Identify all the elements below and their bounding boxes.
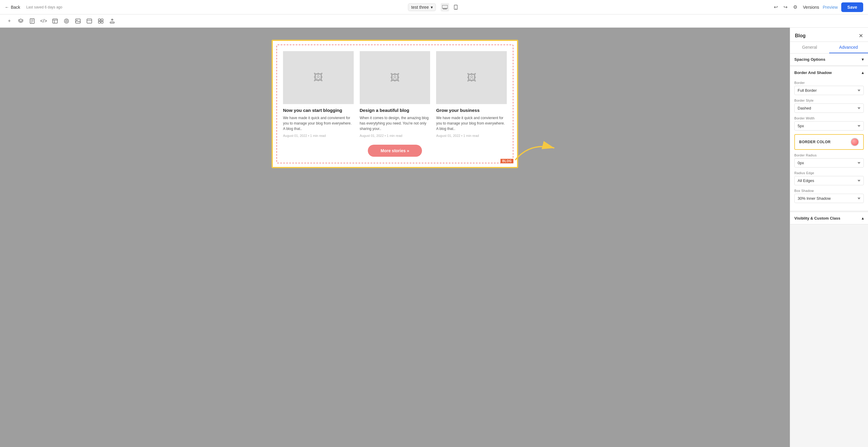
svg-rect-17: [87, 19, 92, 23]
border-style-select[interactable]: Dashed: [794, 103, 864, 113]
svg-rect-23: [110, 22, 114, 23]
top-bar-center: test three ▾: [408, 3, 460, 11]
tablet-icon[interactable]: [452, 3, 460, 11]
visibility-label: Visiblity & Custom Class: [794, 216, 840, 220]
blog-label: BLOG: [500, 159, 514, 163]
page-name-selector[interactable]: test three ▾: [408, 3, 436, 11]
settings-icon[interactable]: ⚙: [791, 3, 799, 11]
blog-widget-inner: 🖼 Now you can start blogging We have mad…: [276, 44, 514, 163]
preview-button[interactable]: Preview: [823, 5, 838, 10]
svg-rect-0: [442, 5, 448, 8]
border-width-field: Border Width 5px: [794, 116, 864, 130]
border-radius-label: Border Radius: [794, 153, 864, 157]
panel-tabs: General Advanced: [790, 42, 868, 54]
blog-card: 🖼 Design a beautiful blog When it comes …: [360, 51, 430, 138]
svg-rect-15: [75, 19, 80, 23]
blog-widget-outer[interactable]: 🖼 Now you can start blogging We have mad…: [272, 40, 518, 168]
border-shadow-section: Border And Shadow ▴ Border Full Border B…: [790, 67, 868, 211]
tab-general[interactable]: General: [790, 42, 829, 53]
upload-icon[interactable]: [108, 17, 117, 26]
border-width-select[interactable]: 5px: [794, 121, 864, 130]
add-icon[interactable]: ＋: [5, 17, 14, 26]
component-icon[interactable]: [62, 17, 71, 26]
layers-icon[interactable]: [16, 17, 25, 26]
widget-icon[interactable]: [96, 17, 105, 26]
chevron-up-icon: ▴: [862, 216, 864, 220]
back-label: Back: [11, 5, 20, 10]
blog-card-description: When it comes to design, the amazing blo…: [360, 115, 430, 131]
blog-meta: August 01, 2022 • 1 min read: [360, 134, 430, 138]
blog-card: 🖼 Grow your business We have made it qui…: [436, 51, 507, 138]
blog-meta: August 01, 2022 • 1 min read: [436, 134, 507, 138]
radius-edge-field: Radius Edge All Edges: [794, 171, 864, 185]
panel-title: Blog: [795, 33, 806, 38]
border-field: Border Full Border: [794, 81, 864, 95]
svg-point-5: [456, 8, 456, 9]
radius-edge-label: Radius Edge: [794, 171, 864, 175]
svg-rect-20: [101, 19, 103, 21]
saved-label: Last saved 6 days ago: [26, 5, 62, 9]
border-shadow-content: Border Full Border Border Style Dashed B…: [790, 79, 868, 211]
border-radius-select[interactable]: 0px: [794, 158, 864, 168]
border-style-field: Border Style Dashed: [794, 99, 864, 113]
layout-icon[interactable]: [85, 17, 94, 26]
border-width-label: Border Width: [794, 116, 864, 120]
undo-redo: ↩ ↪ ⚙: [772, 3, 799, 11]
versions-button[interactable]: Versions: [803, 5, 819, 10]
canvas-area: 🖼 Now you can start blogging We have mad…: [0, 28, 790, 447]
blog-card-image: 🖼: [360, 51, 430, 104]
save-button[interactable]: Save: [841, 2, 863, 12]
border-label: Border: [794, 81, 864, 85]
code-icon[interactable]: </>: [39, 17, 48, 26]
border-color-label: BORDER COLOR: [799, 140, 831, 144]
back-button[interactable]: ← Back: [5, 5, 20, 10]
spacing-options-header[interactable]: Spacing Options ▾: [790, 54, 868, 65]
chevron-up-icon: ▴: [862, 70, 864, 75]
border-style-label: Border Style: [794, 99, 864, 102]
desktop-icon[interactable]: [441, 3, 450, 11]
blog-card: 🖼 Now you can start blogging We have mad…: [283, 51, 354, 138]
blog-card-title: Now you can start blogging: [283, 108, 354, 113]
media-icon[interactable]: [73, 17, 83, 26]
blog-card-description: We have made it quick and convienent for…: [436, 115, 507, 131]
border-color-swatch[interactable]: [850, 138, 859, 146]
blog-card-description: We have made it quick and convienent for…: [283, 115, 354, 131]
border-shadow-header[interactable]: Border And Shadow ▴: [790, 67, 868, 79]
border-color-row[interactable]: BORDER COLOR: [794, 134, 864, 150]
box-shadow-select[interactable]: 30% Inner Shadow: [794, 194, 864, 203]
image-placeholder-icon: 🖼: [467, 72, 476, 83]
radius-edge-select[interactable]: All Edges: [794, 176, 864, 185]
chevron-down-icon: ▾: [431, 5, 433, 10]
close-icon[interactable]: ✕: [859, 32, 863, 39]
page-icon[interactable]: [28, 17, 37, 26]
spacing-options-section: Spacing Options ▾: [790, 54, 868, 66]
spacing-options-label: Spacing Options: [794, 57, 825, 62]
blog-card-title: Grow your business: [436, 108, 507, 113]
undo-button[interactable]: ↩: [772, 3, 780, 11]
visibility-section: Visiblity & Custom Class ▴: [790, 212, 868, 225]
image-placeholder-icon: 🖼: [313, 72, 323, 83]
page-name-text: test three: [411, 5, 429, 10]
tab-advanced[interactable]: Advanced: [829, 42, 868, 53]
border-shadow-label: Border And Shadow: [794, 70, 832, 75]
border-select[interactable]: Full Border: [794, 86, 864, 95]
border-radius-field: Border Radius 0px: [794, 153, 864, 168]
box-shadow-label: Box Shadow: [794, 189, 864, 192]
top-bar-right: ↩ ↪ ⚙ Versions Preview Save: [772, 2, 863, 12]
back-arrow-icon: ←: [5, 5, 9, 10]
toolbar: ＋ </>: [0, 14, 868, 28]
right-panel: Blog ✕ General Advanced Spacing Options …: [790, 28, 868, 447]
redo-button[interactable]: ↪: [781, 3, 790, 11]
svg-rect-10: [53, 19, 57, 23]
more-stories-button[interactable]: More stories »: [368, 145, 422, 157]
blog-grid: 🖼 Now you can start blogging We have mad…: [283, 51, 507, 138]
top-bar: ← Back Last saved 6 days ago test three …: [0, 0, 868, 14]
blog-card-title: Design a beautiful blog: [360, 108, 430, 113]
blog-card-image: 🖼: [283, 51, 354, 104]
device-icons: [441, 3, 460, 11]
visibility-header[interactable]: Visiblity & Custom Class ▴: [790, 212, 868, 224]
template-icon[interactable]: [51, 17, 60, 26]
svg-point-16: [76, 20, 77, 21]
svg-rect-21: [98, 21, 100, 23]
svg-point-14: [66, 20, 67, 22]
